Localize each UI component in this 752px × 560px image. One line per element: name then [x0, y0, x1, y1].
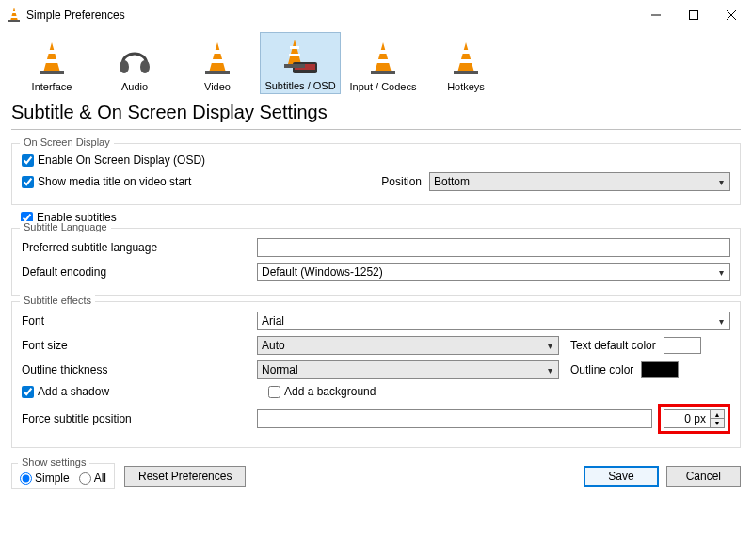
cone-icon — [37, 40, 67, 79]
svg-rect-30 — [459, 59, 473, 63]
save-label: Save — [608, 470, 633, 483]
svg-rect-31 — [454, 71, 478, 74]
add-shadow-checkbox[interactable]: Add a shadow — [22, 385, 268, 398]
maximize-button[interactable] — [680, 6, 707, 24]
svg-marker-8 — [43, 42, 60, 72]
show-settings-group: Show settings Simple All — [11, 463, 115, 489]
all-radio-input[interactable] — [79, 472, 91, 485]
svg-rect-29 — [460, 50, 472, 54]
svg-rect-23 — [284, 64, 305, 68]
tab-label: Subtitles / OSD — [264, 80, 335, 91]
svg-marker-24 — [375, 42, 392, 72]
tab-audio[interactable]: Audio — [94, 32, 175, 94]
reset-preferences-button[interactable]: Reset Preferences — [124, 466, 246, 487]
svg-rect-3 — [8, 20, 20, 22]
osd-group: On Screen Display Enable On Screen Displ… — [11, 143, 741, 205]
svg-marker-0 — [10, 8, 18, 21]
outline-color-swatch[interactable] — [641, 361, 679, 378]
highlighted-spinner: ▲ ▼ — [658, 404, 730, 434]
position-label: Position — [381, 175, 422, 188]
svg-rect-27 — [371, 71, 395, 74]
text-color-swatch[interactable] — [664, 337, 701, 354]
tab-interface[interactable]: Interface — [11, 32, 92, 94]
save-button[interactable]: Save — [584, 466, 658, 487]
all-radio[interactable]: All — [79, 472, 106, 485]
cone-icon — [451, 40, 481, 79]
outline-thickness-label: Outline thickness — [22, 363, 257, 376]
spinner-up-button[interactable]: ▲ — [711, 410, 724, 419]
font-size-select[interactable]: Auto — [257, 336, 559, 355]
enable-osd-checkbox[interactable]: Enable On Screen Display (OSD) — [22, 153, 205, 167]
tab-label: Video — [204, 81, 231, 92]
outline-color-label: Outline color — [570, 363, 633, 376]
svg-rect-10 — [45, 59, 59, 63]
show-media-title-checkbox[interactable]: Show media title on video start — [22, 175, 191, 188]
font-label: Font — [22, 314, 257, 328]
effects-group: Subtitle effects Font Arial Font size Au… — [11, 301, 741, 448]
add-shadow-input[interactable] — [22, 386, 34, 398]
default-encoding-select[interactable]: Default (Windows-1252) — [257, 263, 730, 281]
vlc-cone-icon — [8, 8, 21, 23]
svg-point-13 — [140, 60, 150, 73]
show-media-title-label: Show media title on video start — [38, 175, 191, 188]
svg-rect-16 — [211, 59, 225, 63]
font-size-label: Font size — [22, 339, 257, 352]
headphones-icon — [117, 40, 152, 79]
show-media-title-input[interactable] — [22, 176, 34, 188]
svg-rect-15 — [212, 50, 223, 54]
tab-hotkeys[interactable]: Hotkeys — [425, 32, 506, 94]
force-position-text[interactable] — [257, 409, 652, 428]
simple-radio[interactable]: Simple — [20, 472, 70, 485]
divider — [11, 129, 741, 130]
svg-marker-14 — [209, 42, 226, 72]
tab-label: Audio — [121, 81, 148, 92]
tab-label: Hotkeys — [447, 81, 485, 92]
outline-thickness-select[interactable]: Normal — [257, 360, 559, 379]
position-value: Bottom — [434, 175, 470, 188]
reset-label: Reset Preferences — [138, 470, 232, 483]
force-position-spinner[interactable] — [664, 409, 711, 428]
tab-label: Interface — [32, 81, 72, 92]
preferred-language-input[interactable] — [257, 238, 730, 257]
language-group: Subtitle Language Preferred subtitle lan… — [11, 228, 741, 296]
enable-osd-input[interactable] — [22, 154, 34, 167]
svg-marker-28 — [457, 42, 474, 72]
svg-rect-20 — [289, 54, 300, 56]
all-label: All — [94, 472, 106, 485]
position-select[interactable]: Bottom — [429, 172, 730, 191]
font-select[interactable]: Arial — [257, 312, 730, 330]
add-background-input[interactable] — [268, 386, 280, 398]
svg-rect-11 — [40, 71, 64, 74]
svg-marker-18 — [288, 40, 301, 64]
tab-label: Input / Codecs — [350, 81, 417, 92]
enable-osd-label: Enable On Screen Display (OSD) — [38, 153, 205, 167]
svg-rect-19 — [290, 46, 299, 49]
tab-input-codecs[interactable]: Input / Codecs — [343, 32, 424, 94]
font-size-value: Auto — [262, 339, 285, 352]
show-settings-title: Show settings — [18, 456, 89, 468]
cone-clapper-icon — [280, 39, 321, 78]
enable-subtitles-checkbox[interactable]: Enable subtitles — [21, 211, 741, 224]
spinner-down-button[interactable]: ▼ — [711, 419, 724, 427]
cancel-button[interactable]: Cancel — [666, 466, 741, 487]
simple-radio-input[interactable] — [20, 472, 32, 485]
osd-group-title: On Screen Display — [20, 136, 114, 148]
svg-rect-5 — [690, 11, 698, 20]
minimize-button[interactable] — [643, 6, 669, 24]
svg-rect-2 — [10, 16, 17, 18]
close-button[interactable] — [718, 6, 744, 24]
preferred-language-label: Preferred subtitle language — [22, 241, 257, 254]
tab-video[interactable]: Video — [177, 32, 258, 94]
svg-point-12 — [120, 60, 129, 73]
titlebar: Simple Preferences — [0, 0, 752, 28]
text-color-label: Text default color — [570, 339, 656, 352]
simple-label: Simple — [35, 472, 70, 485]
tab-subtitles-osd[interactable]: Subtitles / OSD — [260, 32, 341, 94]
bottom-bar: Show settings Simple All Reset Preferenc… — [0, 454, 752, 489]
svg-rect-17 — [205, 71, 230, 74]
font-value: Arial — [262, 314, 284, 328]
effects-group-title: Subtitle effects — [20, 295, 95, 306]
default-encoding-label: Default encoding — [22, 265, 257, 279]
language-group-title: Subtitle Language — [20, 221, 111, 232]
add-background-checkbox[interactable]: Add a background — [268, 385, 376, 398]
